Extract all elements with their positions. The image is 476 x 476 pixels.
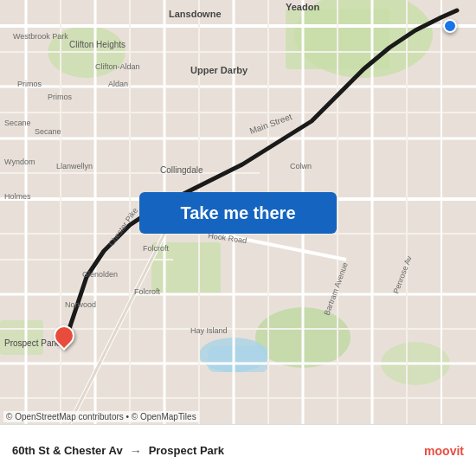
svg-text:Collingdale: Collingdale — [160, 165, 203, 175]
svg-rect-7 — [0, 320, 43, 355]
moovit-logo: moovit — [424, 444, 464, 458]
bottom-bar: 60th St & Chester Av → Prospect Park moo… — [0, 424, 476, 476]
svg-text:Folcroft: Folcroft — [134, 287, 161, 296]
svg-text:Aldan: Aldan — [108, 80, 128, 88]
svg-text:Clifton Heights: Clifton Heights — [69, 40, 125, 49]
svg-text:Holmes: Holmes — [4, 192, 31, 201]
svg-text:Folcroft: Folcroft — [143, 244, 170, 253]
destination-pin — [54, 325, 74, 346]
svg-text:Primos: Primos — [17, 80, 42, 88]
svg-rect-9 — [208, 346, 268, 372]
route-info: 60th St & Chester Av → Prospect Park — [12, 444, 424, 458]
svg-text:Hay Island: Hay Island — [190, 326, 228, 335]
svg-text:Norwood: Norwood — [65, 300, 96, 309]
route-arrow: → — [130, 444, 142, 458]
svg-text:Wyndom: Wyndom — [4, 158, 35, 166]
svg-text:Westbrook Park: Westbrook Park — [13, 32, 68, 41]
origin-pin — [443, 19, 457, 33]
svg-text:Glenolden: Glenolden — [82, 270, 118, 279]
moovit-text: moovit — [424, 444, 464, 458]
svg-text:Upper Darby: Upper Darby — [190, 65, 248, 75]
svg-text:Prospect Park: Prospect Park — [4, 338, 60, 348]
svg-text:Secane: Secane — [4, 119, 31, 127]
svg-text:Clifton-Aldan: Clifton-Aldan — [95, 62, 140, 71]
svg-text:Secane: Secane — [35, 127, 61, 136]
svg-text:Lansdowne: Lansdowne — [169, 9, 222, 19]
take-me-there-button[interactable]: Take me there — [139, 192, 337, 234]
svg-text:Primos: Primos — [48, 93, 73, 101]
route-to: Prospect Park — [149, 444, 224, 457]
svg-text:Llanwellyn: Llanwellyn — [56, 162, 93, 170]
map-attribution: © OpenStreetMap contributors • © OpenMap… — [3, 411, 199, 422]
svg-text:Colwn: Colwn — [290, 162, 312, 170]
map-container: Main Street Chester Pike Hook Road Bartr… — [0, 0, 476, 424]
route-from: 60th St & Chester Av — [12, 444, 123, 457]
svg-text:Yeadon: Yeadon — [286, 2, 319, 12]
